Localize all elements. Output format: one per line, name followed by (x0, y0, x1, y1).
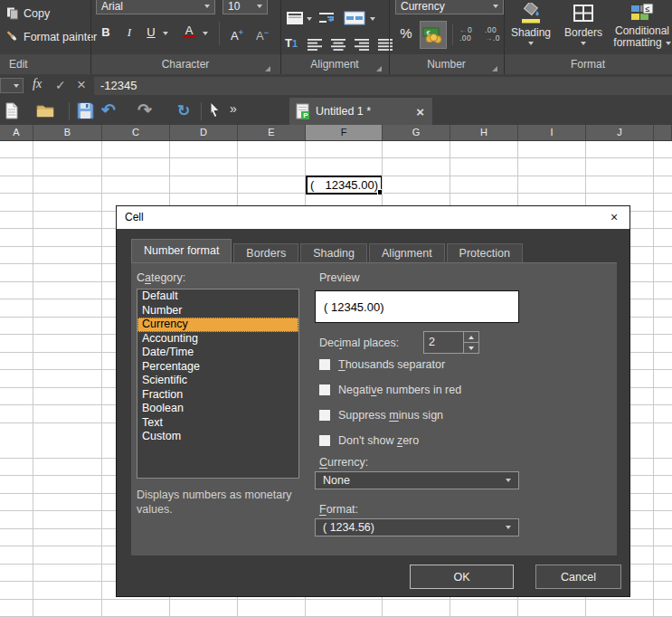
percent-format-button[interactable]: % (396, 24, 416, 43)
category-item-number[interactable]: Number (137, 304, 298, 318)
grow-font-button[interactable]: A+ (226, 24, 248, 42)
redo-icon[interactable]: ↷ (137, 99, 152, 122)
dialog-close-icon[interactable]: × (599, 206, 629, 229)
dialog-tab-number-format[interactable]: Number format (131, 239, 232, 262)
accept-entry-icon[interactable]: ✓ (55, 78, 66, 92)
font-name-combo[interactable]: Arial (96, 0, 215, 14)
category-item-text[interactable]: Text (137, 416, 298, 431)
column-header-d[interactable]: D (170, 125, 238, 140)
cancel-entry-icon[interactable]: × (77, 76, 86, 94)
undo-icon[interactable]: ↶ (101, 99, 116, 122)
decimal-places-value[interactable]: 2 (424, 332, 463, 353)
column-header-a[interactable]: A (0, 125, 33, 140)
align-left-button[interactable] (308, 39, 323, 51)
spinner-down-button[interactable] (464, 342, 478, 353)
currency-value: None (323, 474, 350, 487)
align-right-button[interactable] (355, 39, 370, 51)
number-dialog-launcher[interactable] (492, 66, 497, 71)
checkbox[interactable] (319, 359, 330, 370)
shrink-font-button[interactable]: A− (251, 24, 273, 42)
checkbox-label: Suppress minus sign (338, 409, 443, 422)
category-item-date-time[interactable]: Date/Time (137, 346, 298, 360)
merge-cells-chevron-icon[interactable] (370, 17, 375, 21)
currency-dropdown[interactable]: None (315, 471, 519, 489)
underline-button[interactable]: U (143, 24, 159, 42)
column-header-i[interactable]: I (518, 125, 586, 140)
checkbox[interactable] (319, 435, 330, 446)
format-dropdown[interactable]: ( 1234.56) (315, 518, 519, 536)
category-item-accounting[interactable]: Accounting (137, 332, 298, 346)
copy-button[interactable]: Copy (6, 7, 50, 20)
column-header-f[interactable]: F (306, 125, 383, 140)
column-header-partial[interactable] (654, 125, 672, 140)
font-size-combo[interactable]: 10 (222, 0, 268, 14)
dialog-tab-alignment[interactable]: Alignment (369, 243, 445, 262)
checkbox[interactable] (319, 410, 330, 421)
align-center-button[interactable] (331, 39, 346, 51)
refresh-icon[interactable]: ↻ (177, 100, 190, 123)
dialog-tab-shading[interactable]: Shading (300, 243, 367, 262)
number-format-combo[interactable]: Currency (395, 0, 504, 14)
dialog-title-bar[interactable]: Cell × (117, 206, 629, 229)
borders-button[interactable]: Borders (559, 3, 608, 45)
document-tab[interactable]: P Untitled 1 * × (289, 98, 432, 125)
function-icon[interactable]: fx (33, 77, 42, 91)
text-orientation-button[interactable]: T1 (285, 36, 298, 50)
more-tools-icon[interactable]: » (230, 101, 237, 116)
selected-cell[interactable]: ( 12345.00) (306, 176, 383, 195)
category-list[interactable]: DefaultNumberCurrencyAccountingDate/Time… (137, 289, 299, 479)
column-header-h[interactable]: H (450, 125, 518, 140)
italic-button[interactable]: I (121, 24, 137, 42)
new-file-button[interactable] (5, 102, 19, 119)
format-painter-button[interactable]: Format painter (6, 31, 97, 43)
option-row: Thousands separator (319, 358, 461, 370)
small-divider (452, 24, 453, 45)
cancel-button[interactable]: Cancel (535, 565, 621, 589)
open-file-button[interactable] (36, 103, 54, 119)
formula-input[interactable]: -12345 (94, 77, 672, 95)
font-color-menu-chevron-icon[interactable] (203, 32, 208, 35)
font-color-button[interactable]: A (181, 22, 197, 40)
grid-column-line (101, 141, 102, 617)
column-header-b[interactable]: B (33, 125, 102, 140)
dialog-tab-protection[interactable]: Protection (447, 243, 523, 262)
align-justify-button[interactable] (378, 39, 393, 51)
category-item-boolean[interactable]: Boolean (137, 402, 298, 416)
character-dialog-launcher[interactable] (265, 66, 270, 71)
bold-button[interactable]: B (98, 24, 114, 42)
increase-decimals-button[interactable]: ←0 .00 (459, 26, 472, 43)
category-item-custom[interactable]: Custom (137, 430, 298, 444)
conditional-formatting-button[interactable]: ≤ Conditional formatting (610, 3, 672, 49)
conditional-formatting-icon: ≤ (630, 3, 654, 23)
category-item-scientific[interactable]: Scientific (137, 374, 298, 388)
checkbox[interactable] (319, 384, 330, 395)
currency-format-button[interactable]: € (420, 21, 447, 49)
category-item-fraction[interactable]: Fraction (137, 388, 298, 403)
decrease-decimals-button[interactable]: .00 →.0 (485, 26, 500, 43)
toolbar-divider (201, 102, 202, 120)
category-item-currency[interactable]: Currency (137, 318, 298, 332)
merge-cells-button[interactable] (344, 11, 365, 25)
document-tab-close-icon[interactable]: × (416, 105, 424, 119)
column-header-j[interactable]: J (586, 125, 654, 140)
ok-button[interactable]: OK (410, 565, 514, 589)
spinner-up-button[interactable] (464, 332, 478, 342)
vertical-align-icon (286, 11, 304, 25)
vertical-align-button[interactable] (286, 11, 304, 25)
category-item-percentage[interactable]: Percentage (137, 360, 298, 375)
name-box[interactable] (0, 78, 24, 93)
alignment-dialog-launcher[interactable] (376, 66, 382, 71)
column-header-g[interactable]: G (383, 125, 450, 140)
shading-button[interactable]: Shading (506, 3, 555, 45)
underline-menu-chevron-icon[interactable] (163, 32, 168, 35)
pointer-tool-button[interactable] (208, 101, 221, 119)
column-header-e[interactable]: E (238, 125, 306, 140)
wrap-text-button[interactable] (318, 12, 336, 24)
save-button[interactable] (77, 102, 94, 119)
category-label: Category: (137, 271, 185, 284)
vertical-align-chevron-icon[interactable] (307, 17, 312, 21)
decimal-places-spinner[interactable]: 2 (423, 331, 479, 354)
column-header-c[interactable]: C (102, 125, 170, 140)
dialog-tab-borders[interactable]: Borders (233, 243, 298, 262)
category-item-default[interactable]: Default (137, 290, 298, 304)
